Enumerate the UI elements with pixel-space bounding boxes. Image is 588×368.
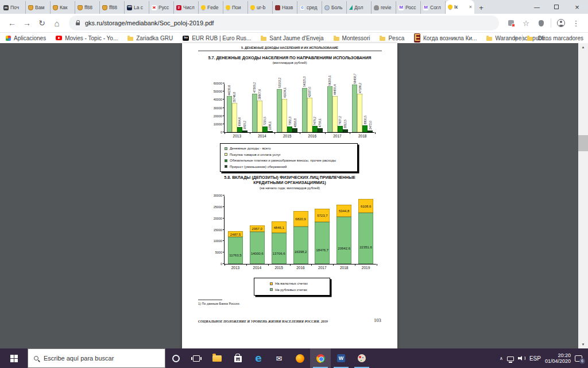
bar-value-label: 42087,0 <box>308 87 311 97</box>
address-bar[interactable]: gks.ru/storage/mediabank/Soc_poloj-2019.… <box>69 16 499 30</box>
browser-tab[interactable]: Боль <box>322 1 347 14</box>
menu-button[interactable] <box>568 16 583 30</box>
bookmark-item[interactable]: InvEUR RUB | Euro Rus... <box>183 35 251 41</box>
taskbar-search-input[interactable]: Escribe aquí para buscar <box>28 348 165 368</box>
browser-tab[interactable]: Gсред <box>297 1 322 14</box>
y-axis-tick <box>223 240 225 241</box>
other-bookmarks-button[interactable]: Otros marcadores <box>537 35 583 41</box>
bookmark-item[interactable]: Sant Jaume d'Enveja <box>261 35 323 41</box>
bar-value-label: 7382,3 <box>288 117 292 125</box>
reload-button[interactable] <box>34 16 49 30</box>
edge-button[interactable]: e <box>248 348 269 368</box>
bookmark-item[interactable]: Montessori <box>334 35 370 41</box>
y-axis-label: 25000 <box>207 205 222 209</box>
language-indicator[interactable]: ESP <box>529 355 541 362</box>
browser-tab[interactable]: ur-b <box>248 1 273 14</box>
bookmark-label: Movies - Topic - Yo... <box>65 35 118 41</box>
browser-tab[interactable]: ЖРусс <box>149 1 174 14</box>
store-icon <box>234 356 242 362</box>
cortana-button[interactable] <box>165 348 186 368</box>
browser-tab[interactable]: MРосс <box>396 1 421 14</box>
tray-chevron-icon[interactable]: ∧ <box>500 356 503 361</box>
chart-58-subtitle: (на начало года; миллиардов рублей) <box>182 186 397 190</box>
back-button[interactable] <box>5 16 20 30</box>
scroll-up-icon[interactable] <box>578 43 588 51</box>
mail-icon: m <box>3 5 9 10</box>
word-button[interactable]: W <box>331 348 351 368</box>
bar-value-label: 20642,6 <box>334 247 354 250</box>
file-explorer-button[interactable] <box>207 348 227 368</box>
mail-button[interactable]: ✉ <box>269 348 289 368</box>
y-axis-tick <box>223 99 225 99</box>
browser-tab[interactable]: revie <box>372 1 396 14</box>
browser-tab[interactable]: Дол <box>347 1 372 14</box>
bookmark-label: Sant Jaume d'Enveja <box>269 35 323 41</box>
google-icon: G <box>300 5 305 10</box>
system-tray: ∧ ESP 20:20 01/04/2020 6 <box>500 348 588 368</box>
scroll-down-icon[interactable] <box>578 340 588 348</box>
legend-swatch <box>225 159 227 162</box>
bookmark-item[interactable]: Zariadka GRU <box>127 35 173 41</box>
notification-badge: 6 <box>579 358 585 364</box>
bar-value-label: 2472,0 <box>369 121 372 129</box>
home-button[interactable] <box>49 16 64 30</box>
network-button[interactable] <box>507 355 514 361</box>
volume-button[interactable] <box>518 355 525 362</box>
taskbar: Escribe aquí para buscar e ✉ W ∧ ESP 20:… <box>0 348 588 368</box>
browser-tab[interactable]: ff88 <box>75 1 100 14</box>
footnote: 1) По данным Банка России. <box>198 302 240 305</box>
microsoft-store-button[interactable] <box>227 348 248 368</box>
window-minimize-button[interactable]: — <box>527 0 547 14</box>
y-axis-tick <box>223 218 225 218</box>
browser-tab[interactable]: MСогл <box>421 1 446 14</box>
bookmark-item[interactable]: Aplicaciones <box>6 35 46 41</box>
browser-tab[interactable]: Fede <box>199 1 223 14</box>
browser-tab[interactable]: Ік× <box>446 0 474 14</box>
y-axis-label: 0 <box>207 262 222 266</box>
y-axis-label: 0 <box>207 131 222 134</box>
browser-tab[interactable]: VANLa c <box>125 1 149 14</box>
profile-button[interactable] <box>554 16 568 30</box>
browser-tab[interactable]: Вам <box>26 1 51 14</box>
paint-button[interactable] <box>351 348 372 368</box>
browser-tab[interactable]: Назв <box>273 1 297 14</box>
bookmark-item[interactable]: Pesca <box>380 35 404 41</box>
bookmark-item[interactable]: EКогда возникла Ки... <box>414 33 477 43</box>
scrollbar-thumb[interactable] <box>578 135 588 151</box>
bar <box>318 128 323 132</box>
search-placeholder-text: Escribe aquí para buscar <box>44 355 114 362</box>
window-close-button[interactable]: × <box>567 0 587 14</box>
task-view-button[interactable] <box>186 348 207 368</box>
bookmark-star-button[interactable] <box>519 16 533 30</box>
bar-value-label: 4846,1 <box>269 226 289 229</box>
forward-button[interactable] <box>20 16 34 30</box>
tab-close-icon[interactable]: × <box>469 4 472 10</box>
notification-button[interactable]: 6 <box>575 355 582 362</box>
bar-value-label: 13706,6 <box>269 252 289 255</box>
number-icon: 2 <box>176 5 181 10</box>
bar <box>362 125 368 132</box>
shield-extension-button[interactable] <box>533 16 548 30</box>
browser-tab[interactable]: mПоч <box>1 1 26 14</box>
legend-item: Денежные доходы - всего <box>225 145 355 152</box>
bar <box>237 127 242 132</box>
firefox-button[interactable] <box>289 348 310 368</box>
bookmarks-overflow-button[interactable]: » <box>514 34 517 41</box>
scrollbar[interactable] <box>578 43 588 348</box>
bookmark-item[interactable]: Movies - Topic - Yo... <box>56 35 118 41</box>
new-tab-button[interactable]: + <box>474 1 488 14</box>
browser-tab[interactable]: Как <box>51 1 75 14</box>
browser-tab[interactable]: ff88 <box>100 1 125 14</box>
window-maximize-button[interactable] <box>547 0 566 14</box>
start-button[interactable] <box>0 348 28 368</box>
chrome-button[interactable] <box>310 348 331 368</box>
extension-badge-button[interactable] <box>504 16 519 30</box>
folder-icon <box>334 37 339 41</box>
browser-tab[interactable]: 2Числ <box>174 1 199 14</box>
x-axis-tick <box>350 132 350 134</box>
browser-tab[interactable]: Пои <box>223 1 248 14</box>
clock[interactable]: 20:20 01/04/2020 <box>545 352 571 365</box>
bar-rub <box>228 237 243 264</box>
x-axis-label: 2016 <box>290 266 312 270</box>
x-axis-tick <box>274 132 275 134</box>
